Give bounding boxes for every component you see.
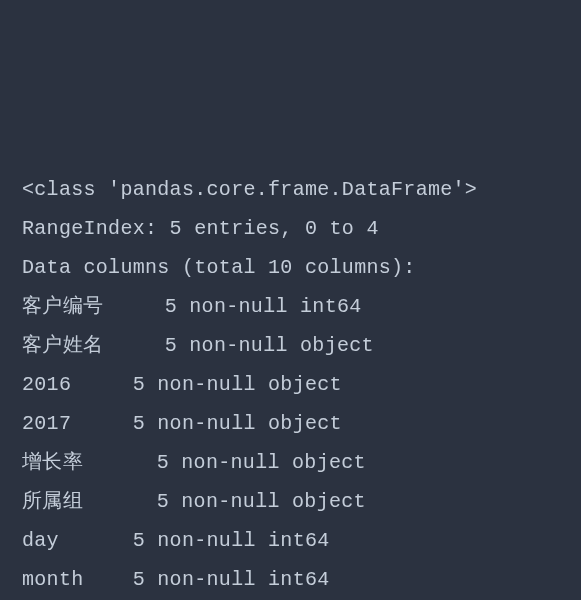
- output-line-range-index: RangeIndex: 5 entries, 0 to 4: [22, 209, 559, 248]
- output-line-class-header: <class 'pandas.core.frame.DataFrame'>: [22, 170, 559, 209]
- output-line-column-2016: 2016 5 non-null object: [22, 365, 559, 404]
- output-line-column-2017: 2017 5 non-null object: [22, 404, 559, 443]
- output-line-column-customer-id: 客户编号 5 non-null int64: [22, 287, 559, 326]
- output-line-column-customer-name: 客户姓名 5 non-null object: [22, 326, 559, 365]
- output-line-column-month: month 5 non-null int64: [22, 560, 559, 599]
- output-line-column-growth-rate: 增长率 5 non-null object: [22, 443, 559, 482]
- output-line-column-group: 所属组 5 non-null object: [22, 482, 559, 521]
- output-line-data-columns-header: Data columns (total 10 columns):: [22, 248, 559, 287]
- output-line-column-day: day 5 non-null int64: [22, 521, 559, 560]
